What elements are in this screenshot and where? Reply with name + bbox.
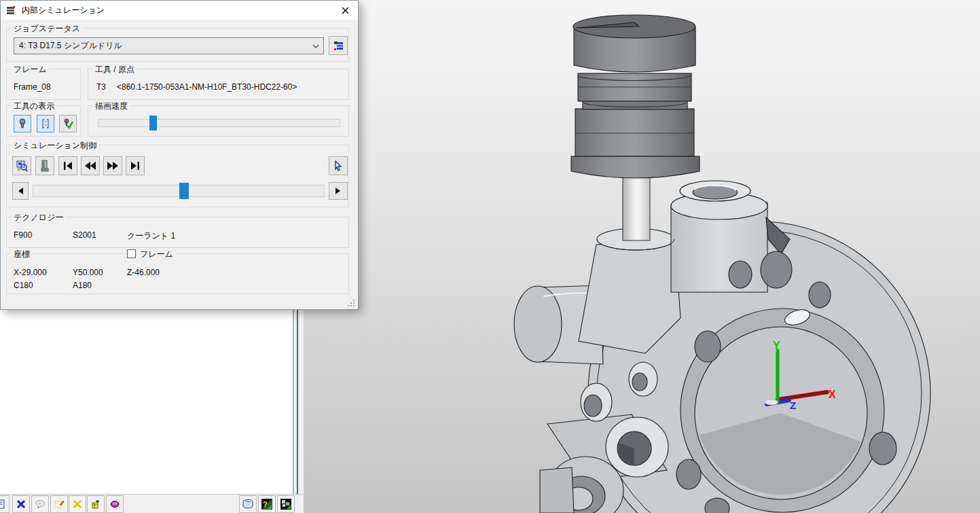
machine-simulation-button[interactable] xyxy=(12,156,31,175)
progress-handle[interactable] xyxy=(179,183,189,199)
group-tool-origin-label: 工具 / 原点 xyxy=(92,64,137,75)
go-to-end-button[interactable] xyxy=(126,156,145,175)
dialog-titlebar[interactable]: 内部シミュレーション xyxy=(1,1,358,20)
go-to-start-button[interactable] xyxy=(58,156,77,175)
target-solid-icon xyxy=(280,498,292,510)
group-draw-speed: 描画速度 xyxy=(88,105,349,137)
pick-position-button[interactable] xyxy=(329,156,348,175)
rewind-button[interactable] xyxy=(81,156,100,175)
job-list-icon xyxy=(333,40,344,52)
coolant-value: クーラント 1 xyxy=(127,230,175,242)
cursor-arrow-icon xyxy=(333,160,344,171)
job-status-combo[interactable]: 4: T3 D17.5 シンプルドリル xyxy=(14,37,324,54)
svg-text:?: ? xyxy=(263,500,268,508)
skip-end-icon xyxy=(130,161,141,171)
progress-track[interactable] xyxy=(33,185,325,197)
group-tool-display: 工具の表示 xyxy=(6,105,81,137)
tool-icon xyxy=(17,118,28,129)
edit-boundary-button[interactable] xyxy=(50,495,68,513)
axis-label-z: Z xyxy=(790,400,796,411)
stock-cylinder-icon xyxy=(242,498,254,510)
group-sim-control: シミュレーション制御 xyxy=(6,145,349,207)
group-draw-speed-label: 描画速度 xyxy=(92,101,130,112)
group-technology-label: テクノロジー xyxy=(11,212,66,224)
fixture-button[interactable] xyxy=(87,495,105,513)
group-sim-control-label: シミュレーション制御 xyxy=(11,140,99,152)
draw-speed-track[interactable] xyxy=(98,119,340,127)
arrow-right-icon xyxy=(335,187,342,195)
stock-button[interactable] xyxy=(239,495,257,513)
group-job-status-label: ジョブステータス xyxy=(11,23,83,35)
group-technology: テクノロジー F900 S2001 クーラント 1 xyxy=(6,217,349,248)
coord-x: X-29.000 xyxy=(14,268,47,277)
tool-holder[interactable] xyxy=(571,15,700,178)
bottom-toolbar: ? xyxy=(0,494,303,513)
group-tool-display-label: 工具の表示 xyxy=(11,101,57,112)
axis-label-y: Y xyxy=(773,340,780,351)
draw-speed-handle[interactable] xyxy=(149,116,157,130)
job-list-button[interactable] xyxy=(329,36,348,55)
close-button[interactable] xyxy=(333,1,357,20)
yellow-x-icon xyxy=(72,499,83,510)
verify-tool-button[interactable] xyxy=(59,115,77,132)
simulation-dialog: 内部シミュレーション ジョブステータス 4: T3 D17.5 シンプルドリル … xyxy=(0,0,359,310)
frame-checkbox-label: フレーム xyxy=(137,249,176,260)
show-holder-transparent-button[interactable] xyxy=(37,115,54,132)
show-tool-button[interactable] xyxy=(14,115,31,132)
rewind-icon xyxy=(84,161,96,171)
frame-checkbox[interactable] xyxy=(127,249,136,258)
axis-label-x: X xyxy=(829,389,836,400)
tool-check-icon xyxy=(62,118,74,130)
group-coordinates: 座標 フレーム X-29.000 Y50.000 Z-46.000 C180 A… xyxy=(6,253,349,294)
app-screen: Y X Z ? xyxy=(0,0,980,513)
target-question-icon: ? xyxy=(261,498,273,510)
holder-wireframe-icon xyxy=(40,118,51,129)
group-job-status: ジョブステータス 4: T3 D17.5 シンプルドリル xyxy=(6,28,349,62)
coord-a: A180 xyxy=(73,281,92,290)
blue-x-icon xyxy=(16,499,26,510)
progress-step-back-button[interactable] xyxy=(12,182,29,200)
coord-z: Z-46.000 xyxy=(127,268,160,277)
delete-blue-button[interactable] xyxy=(12,495,30,513)
panel-divider[interactable] xyxy=(293,309,304,513)
tool-number: T3 xyxy=(96,82,106,92)
machine-column-icon xyxy=(39,160,50,172)
machine-sim-button[interactable] xyxy=(277,495,295,513)
dialog-title: 内部シミュレーション xyxy=(22,5,105,16)
group-frame-label: フレーム xyxy=(11,64,50,75)
chevron-down-icon xyxy=(311,41,321,51)
comment-button[interactable] xyxy=(31,495,49,513)
panel-divider-line xyxy=(297,309,298,513)
screen-magnifier-icon xyxy=(16,160,28,172)
progress-step-forward-button[interactable] xyxy=(329,182,348,200)
magenta-ring-icon xyxy=(109,499,120,510)
job-status-selected: 4: T3 D17.5 シンプルドリル xyxy=(19,40,122,52)
machine-sim-unknown-button[interactable]: ? xyxy=(258,495,276,513)
coord-c: C180 xyxy=(14,281,33,290)
fast-forward-button[interactable] xyxy=(103,156,122,175)
housing-part[interactable] xyxy=(514,181,930,513)
delete-yellow-button[interactable] xyxy=(69,495,86,513)
frame-value: Frame_08 xyxy=(14,82,51,92)
single-step-button[interactable] xyxy=(35,156,54,175)
highlight-button[interactable] xyxy=(106,495,124,513)
simulation-layers-icon xyxy=(6,5,16,16)
fixture-box-icon xyxy=(90,499,101,510)
coord-y: Y50.000 xyxy=(73,268,103,277)
group-frame: フレーム Frame_08 xyxy=(6,69,81,100)
feed-value: F900 xyxy=(14,230,32,240)
group-coordinates-label: 座標 xyxy=(11,249,33,260)
skip-start-icon xyxy=(62,161,73,171)
spindle-value: S2001 xyxy=(73,230,96,240)
program-panel[interactable] xyxy=(0,309,293,494)
doc-properties-button[interactable] xyxy=(0,495,10,513)
resize-grip[interactable] xyxy=(347,299,355,307)
close-icon xyxy=(342,7,349,14)
group-tool-origin: 工具 / 原点 T3 <860.1-1750-053A1-NM-H10F_BT3… xyxy=(88,69,349,100)
arrow-left-icon xyxy=(17,187,24,195)
holder-name: <860.1-1750-053A1-NM-H10F_BT30-HDC22-60> xyxy=(117,82,297,92)
comment-bubble-icon xyxy=(35,499,46,510)
edit-boundary-icon xyxy=(54,499,65,510)
doc-properties-icon xyxy=(0,499,6,510)
fast-forward-icon xyxy=(107,161,119,171)
